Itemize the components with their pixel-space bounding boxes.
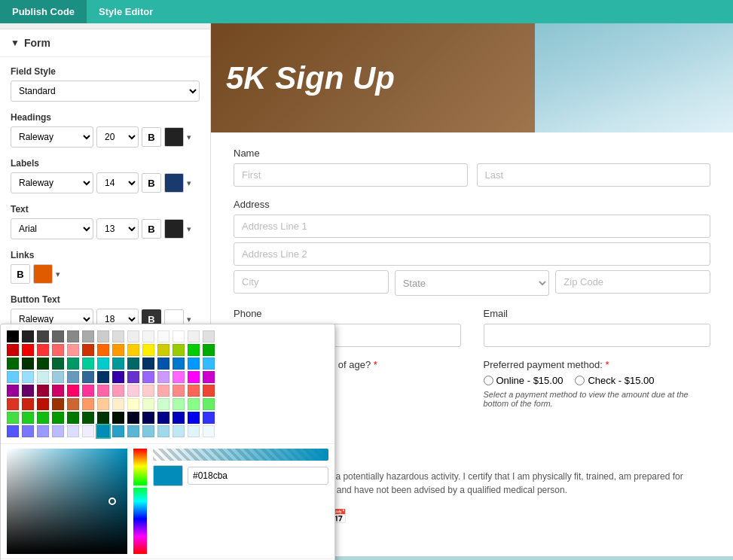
- color-swatch-13[interactable]: [203, 330, 215, 342]
- color-swatch-38[interactable]: [157, 358, 170, 370]
- links-color-swatch[interactable]: [33, 264, 53, 284]
- first-name-input[interactable]: [234, 163, 468, 187]
- color-swatch-6[interactable]: [97, 330, 109, 342]
- color-swatch-65[interactable]: [142, 385, 154, 397]
- city-input[interactable]: [234, 270, 389, 294]
- color-swatch-85[interactable]: [22, 412, 34, 424]
- color-swatch-44[interactable]: [37, 371, 49, 383]
- color-swatch-93[interactable]: [142, 412, 154, 424]
- color-swatch-4[interactable]: [67, 330, 79, 342]
- color-swatch-84[interactable]: [7, 412, 19, 424]
- payment-online-option[interactable]: Online - $15.00: [484, 375, 563, 386]
- text-font-select[interactable]: ArialRaleway: [11, 218, 93, 239]
- color-swatch-16[interactable]: [37, 344, 49, 356]
- color-swatch-58[interactable]: [37, 385, 49, 397]
- color-swatch-70[interactable]: [7, 398, 19, 410]
- color-swatch-0[interactable]: [7, 330, 19, 342]
- headings-size-select[interactable]: 20161824: [96, 126, 139, 148]
- labels-font-select[interactable]: RalewayArial: [11, 172, 93, 193]
- color-swatch-28[interactable]: [7, 358, 19, 370]
- color-swatch-80[interactable]: [157, 398, 170, 410]
- color-swatch-61[interactable]: [82, 385, 94, 397]
- state-select[interactable]: State ALCANYTX: [395, 270, 550, 296]
- color-swatch-48[interactable]: [97, 371, 109, 383]
- color-swatch-105[interactable]: [112, 425, 124, 437]
- last-name-input[interactable]: [477, 163, 711, 187]
- color-swatch-36[interactable]: [127, 358, 139, 370]
- color-swatch-45[interactable]: [52, 371, 64, 383]
- color-swatch-67[interactable]: [173, 385, 185, 397]
- color-swatch-39[interactable]: [173, 358, 185, 370]
- color-swatch-34[interactable]: [97, 358, 109, 370]
- headings-color-arrow[interactable]: ▾: [187, 132, 191, 142]
- text-bold-button[interactable]: B: [142, 219, 161, 239]
- tab-style-editor[interactable]: Style Editor: [87, 0, 165, 23]
- color-swatch-33[interactable]: [82, 358, 94, 370]
- color-swatch-88[interactable]: [67, 412, 79, 424]
- color-swatch-19[interactable]: [82, 344, 94, 356]
- color-swatch-76[interactable]: [97, 398, 109, 410]
- labels-color-swatch[interactable]: [164, 173, 184, 193]
- color-swatch-62[interactable]: [97, 385, 109, 397]
- color-swatch-79[interactable]: [142, 398, 154, 410]
- color-swatch-106[interactable]: [127, 425, 139, 437]
- text-color-arrow[interactable]: ▾: [187, 224, 191, 234]
- color-swatch-82[interactable]: [188, 398, 200, 410]
- payment-check-option[interactable]: Check - $15.00: [575, 375, 654, 386]
- color-swatch-15[interactable]: [22, 344, 34, 356]
- color-swatch-74[interactable]: [67, 398, 79, 410]
- color-swatch-32[interactable]: [67, 358, 79, 370]
- color-swatch-50[interactable]: [127, 371, 139, 383]
- color-swatch-35[interactable]: [112, 358, 124, 370]
- color-swatch-78[interactable]: [127, 398, 139, 410]
- labels-bold-button[interactable]: B: [142, 173, 161, 193]
- color-swatch-53[interactable]: [173, 371, 185, 383]
- color-swatch-12[interactable]: [188, 330, 200, 342]
- color-swatch-101[interactable]: [52, 425, 64, 437]
- color-swatch-72[interactable]: [37, 398, 49, 410]
- color-swatch-30[interactable]: [37, 358, 49, 370]
- color-swatch-26[interactable]: [188, 344, 200, 356]
- color-swatch-55[interactable]: [203, 371, 215, 383]
- headings-bold-button[interactable]: B: [142, 127, 161, 147]
- payment-check-radio[interactable]: [575, 376, 585, 385]
- color-swatch-96[interactable]: [188, 412, 200, 424]
- color-swatch-21[interactable]: [112, 344, 124, 356]
- color-swatch-68[interactable]: [188, 385, 200, 397]
- hex-input[interactable]: [188, 467, 328, 485]
- color-swatch-27[interactable]: [203, 344, 215, 356]
- alpha-slider[interactable]: [153, 449, 328, 461]
- color-swatch-73[interactable]: [52, 398, 64, 410]
- color-swatch-91[interactable]: [112, 412, 124, 424]
- color-picker-cursor[interactable]: [108, 498, 116, 505]
- color-swatch-102[interactable]: [67, 425, 79, 437]
- color-swatch-100[interactable]: [37, 425, 49, 437]
- color-swatch-87[interactable]: [52, 412, 64, 424]
- color-swatch-89[interactable]: [82, 412, 94, 424]
- address-line2-input[interactable]: [234, 242, 710, 266]
- color-swatch-107[interactable]: [142, 425, 154, 437]
- color-swatch-29[interactable]: [22, 358, 34, 370]
- color-swatch-9[interactable]: [142, 330, 154, 342]
- text-size-select[interactable]: 131214: [96, 218, 139, 239]
- color-swatch-57[interactable]: [22, 385, 34, 397]
- color-swatch-110[interactable]: [188, 425, 200, 437]
- color-swatch-60[interactable]: [67, 385, 79, 397]
- color-swatch-75[interactable]: [82, 398, 94, 410]
- color-swatch-11[interactable]: [173, 330, 185, 342]
- color-swatch-47[interactable]: [82, 371, 94, 383]
- color-swatch-42[interactable]: [7, 371, 19, 383]
- color-swatch-20[interactable]: [97, 344, 109, 356]
- color-swatch-90[interactable]: [97, 412, 109, 424]
- color-swatch-83[interactable]: [203, 398, 215, 410]
- color-swatch-1[interactable]: [22, 330, 34, 342]
- color-swatch-77[interactable]: [112, 398, 124, 410]
- color-swatch-92[interactable]: [127, 412, 139, 424]
- color-swatch-31[interactable]: [52, 358, 64, 370]
- color-swatch-59[interactable]: [52, 385, 64, 397]
- color-swatch-10[interactable]: [157, 330, 170, 342]
- color-swatch-51[interactable]: [142, 371, 154, 383]
- labels-size-select[interactable]: 141216: [96, 172, 139, 193]
- field-style-select[interactable]: Standard Outlined Filled: [11, 81, 200, 102]
- links-color-arrow[interactable]: ▾: [56, 269, 60, 279]
